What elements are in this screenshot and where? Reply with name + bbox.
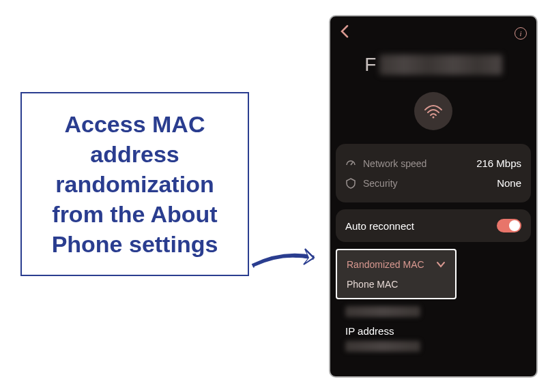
callout-text: Access MAC address randomization from th… [35, 109, 234, 260]
wifi-icon [414, 92, 452, 130]
security-label: Security [363, 178, 398, 189]
shield-icon [345, 178, 356, 189]
toggle-knob [509, 220, 520, 231]
mac-dropdown-selected[interactable]: Randomized MAC [347, 259, 424, 270]
network-name: F [336, 48, 531, 89]
callout-box: Access MAC address randomization from th… [20, 92, 249, 276]
network-speed-value: 216 Mbps [476, 157, 521, 169]
network-speed-row: Network speed 216 Mbps [345, 153, 521, 173]
ip-address-label: IP address [345, 325, 521, 337]
network-speed-label: Network speed [363, 158, 426, 169]
arrow-icon [249, 245, 328, 280]
phone-header: i [336, 23, 531, 48]
svg-line-1 [351, 162, 353, 165]
phone-settings-screen: i F Network speed 216 Mbps Securit [329, 15, 538, 378]
info-icon[interactable]: i [515, 27, 527, 40]
security-row: Security None [345, 173, 521, 193]
auto-reconnect-row[interactable]: Auto reconnect [336, 209, 531, 242]
mac-address-dropdown[interactable]: Randomized MAC Phone MAC [336, 249, 457, 299]
blurred-ip-value [345, 341, 420, 352]
network-name-first-letter: F [364, 54, 376, 75]
blurred-network-name [379, 55, 502, 75]
speed-icon [345, 158, 356, 169]
auto-reconnect-toggle[interactable] [497, 219, 521, 232]
network-info-card: Network speed 216 Mbps Security None [336, 144, 531, 202]
mac-dropdown-option-phone[interactable]: Phone MAC [347, 279, 446, 290]
wifi-icon-wrapper [336, 89, 531, 144]
security-value: None [497, 177, 521, 189]
blurred-mac-value [345, 306, 420, 317]
auto-reconnect-label: Auto reconnect [345, 220, 414, 232]
ip-address-section: IP address [336, 317, 531, 352]
chevron-down-icon [436, 258, 446, 271]
back-icon[interactable] [340, 25, 349, 42]
svg-point-0 [433, 117, 435, 119]
